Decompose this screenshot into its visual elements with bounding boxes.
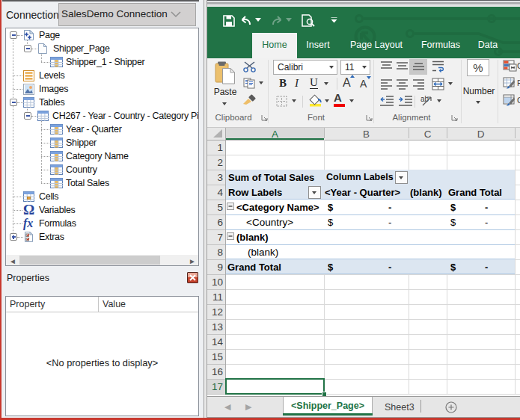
svg-text:C: C: [517, 61, 520, 70]
svg-text:C: C: [517, 96, 520, 105]
svg-text:F: F: [517, 78, 520, 87]
svg-text:ab: ab: [420, 95, 429, 103]
